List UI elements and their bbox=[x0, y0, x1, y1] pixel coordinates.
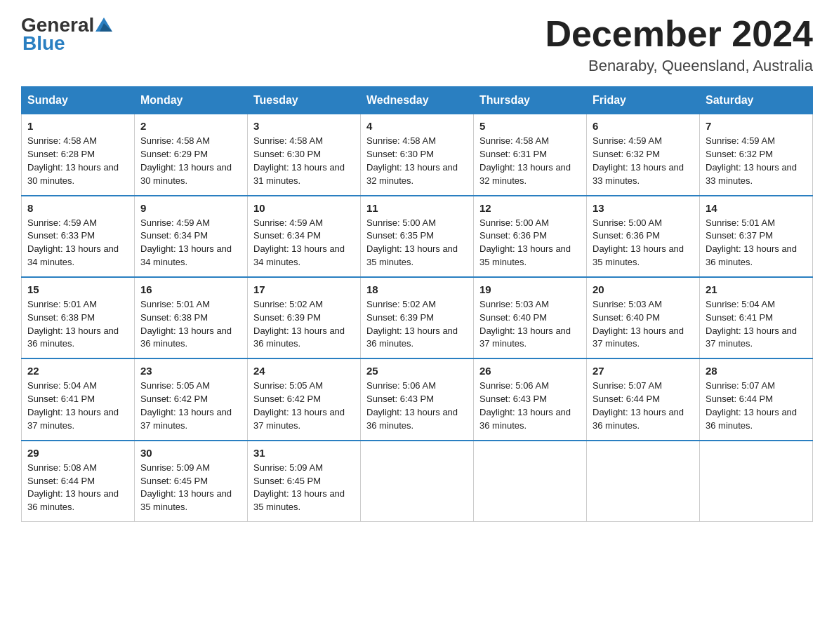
calendar-cell: 31 Sunrise: 5:09 AMSunset: 6:45 PMDaylig… bbox=[248, 441, 361, 522]
calendar-week-row: 15 Sunrise: 5:01 AMSunset: 6:38 PMDaylig… bbox=[22, 277, 813, 358]
day-info: Sunrise: 5:07 AMSunset: 6:44 PMDaylight:… bbox=[593, 380, 694, 432]
logo: General Blue bbox=[21, 14, 112, 55]
day-number: 17 bbox=[253, 283, 355, 295]
day-info: Sunrise: 5:06 AMSunset: 6:43 PMDaylight:… bbox=[366, 380, 468, 432]
day-number: 9 bbox=[140, 202, 241, 214]
logo-icon bbox=[95, 16, 112, 33]
day-number: 4 bbox=[366, 120, 468, 132]
calendar-cell: 13 Sunrise: 5:00 AMSunset: 6:36 PMDaylig… bbox=[587, 196, 700, 277]
calendar-cell bbox=[474, 441, 587, 522]
calendar-cell bbox=[700, 441, 813, 522]
day-info: Sunrise: 5:05 AMSunset: 6:42 PMDaylight:… bbox=[140, 380, 241, 432]
day-number: 10 bbox=[253, 202, 355, 214]
day-info: Sunrise: 4:58 AMSunset: 6:28 PMDaylight:… bbox=[27, 135, 128, 187]
day-info: Sunrise: 5:04 AMSunset: 6:41 PMDaylight:… bbox=[706, 298, 807, 351]
day-number: 16 bbox=[140, 283, 241, 295]
day-number: 12 bbox=[479, 202, 581, 214]
calendar-cell: 26 Sunrise: 5:06 AMSunset: 6:43 PMDaylig… bbox=[474, 358, 587, 440]
calendar-cell: 4 Sunrise: 4:58 AMSunset: 6:30 PMDayligh… bbox=[361, 114, 474, 196]
day-number: 22 bbox=[27, 365, 128, 377]
col-sunday: Sunday bbox=[22, 87, 135, 114]
day-info: Sunrise: 5:07 AMSunset: 6:44 PMDaylight:… bbox=[706, 380, 807, 432]
calendar-cell: 8 Sunrise: 4:59 AMSunset: 6:33 PMDayligh… bbox=[22, 196, 135, 277]
calendar-cell: 12 Sunrise: 5:00 AMSunset: 6:36 PMDaylig… bbox=[474, 196, 587, 277]
calendar-cell: 24 Sunrise: 5:05 AMSunset: 6:42 PMDaylig… bbox=[248, 358, 361, 440]
day-number: 6 bbox=[593, 120, 694, 132]
day-info: Sunrise: 5:04 AMSunset: 6:41 PMDaylight:… bbox=[27, 380, 128, 432]
day-number: 7 bbox=[706, 120, 807, 132]
day-number: 28 bbox=[706, 365, 807, 377]
day-info: Sunrise: 5:00 AMSunset: 6:36 PMDaylight:… bbox=[593, 217, 694, 269]
calendar-cell: 5 Sunrise: 4:58 AMSunset: 6:31 PMDayligh… bbox=[474, 114, 587, 196]
calendar-table: Sunday Monday Tuesday Wednesday Thursday… bbox=[21, 86, 813, 522]
calendar-cell: 20 Sunrise: 5:03 AMSunset: 6:40 PMDaylig… bbox=[587, 277, 700, 358]
day-info: Sunrise: 5:03 AMSunset: 6:40 PMDaylight:… bbox=[593, 298, 694, 351]
col-wednesday: Wednesday bbox=[361, 87, 474, 114]
title-block: December 2024 Benaraby, Queensland, Aust… bbox=[545, 14, 813, 75]
day-number: 20 bbox=[593, 283, 694, 295]
calendar-cell: 29 Sunrise: 5:08 AMSunset: 6:44 PMDaylig… bbox=[22, 441, 135, 522]
calendar-cell: 9 Sunrise: 4:59 AMSunset: 6:34 PMDayligh… bbox=[135, 196, 248, 277]
day-info: Sunrise: 5:01 AMSunset: 6:38 PMDaylight:… bbox=[27, 298, 128, 351]
day-number: 31 bbox=[253, 447, 355, 459]
day-info: Sunrise: 5:09 AMSunset: 6:45 PMDaylight:… bbox=[140, 462, 241, 514]
day-info: Sunrise: 5:02 AMSunset: 6:39 PMDaylight:… bbox=[366, 298, 468, 351]
page-header: General Blue December 2024 Benaraby, Que… bbox=[21, 14, 813, 75]
day-info: Sunrise: 5:08 AMSunset: 6:44 PMDaylight:… bbox=[27, 462, 128, 514]
calendar-week-row: 29 Sunrise: 5:08 AMSunset: 6:44 PMDaylig… bbox=[22, 441, 813, 522]
day-info: Sunrise: 5:02 AMSunset: 6:39 PMDaylight:… bbox=[253, 298, 355, 351]
day-number: 11 bbox=[366, 202, 468, 214]
calendar-header: Sunday Monday Tuesday Wednesday Thursday… bbox=[22, 87, 813, 114]
day-number: 24 bbox=[253, 365, 355, 377]
col-thursday: Thursday bbox=[474, 87, 587, 114]
col-saturday: Saturday bbox=[700, 87, 813, 114]
day-info: Sunrise: 4:58 AMSunset: 6:30 PMDaylight:… bbox=[366, 135, 468, 187]
col-monday: Monday bbox=[135, 87, 248, 114]
day-number: 18 bbox=[366, 283, 468, 295]
day-info: Sunrise: 4:58 AMSunset: 6:31 PMDaylight:… bbox=[479, 135, 581, 187]
day-number: 30 bbox=[140, 447, 241, 459]
calendar-cell bbox=[587, 441, 700, 522]
day-number: 5 bbox=[479, 120, 581, 132]
day-info: Sunrise: 5:05 AMSunset: 6:42 PMDaylight:… bbox=[253, 380, 355, 432]
calendar-cell: 15 Sunrise: 5:01 AMSunset: 6:38 PMDaylig… bbox=[22, 277, 135, 358]
calendar-cell bbox=[361, 441, 474, 522]
logo-blue-text: Blue bbox=[22, 32, 65, 55]
header-row: Sunday Monday Tuesday Wednesday Thursday… bbox=[22, 87, 813, 114]
day-info: Sunrise: 5:00 AMSunset: 6:35 PMDaylight:… bbox=[366, 217, 468, 269]
day-number: 21 bbox=[706, 283, 807, 295]
day-number: 2 bbox=[140, 120, 241, 132]
calendar-cell: 6 Sunrise: 4:59 AMSunset: 6:32 PMDayligh… bbox=[587, 114, 700, 196]
day-info: Sunrise: 4:58 AMSunset: 6:30 PMDaylight:… bbox=[253, 135, 355, 187]
calendar-cell: 19 Sunrise: 5:03 AMSunset: 6:40 PMDaylig… bbox=[474, 277, 587, 358]
day-number: 3 bbox=[253, 120, 355, 132]
location-subtitle: Benaraby, Queensland, Australia bbox=[545, 57, 813, 75]
calendar-cell: 25 Sunrise: 5:06 AMSunset: 6:43 PMDaylig… bbox=[361, 358, 474, 440]
calendar-cell: 27 Sunrise: 5:07 AMSunset: 6:44 PMDaylig… bbox=[587, 358, 700, 440]
calendar-cell: 1 Sunrise: 4:58 AMSunset: 6:28 PMDayligh… bbox=[22, 114, 135, 196]
day-info: Sunrise: 4:59 AMSunset: 6:33 PMDaylight:… bbox=[27, 217, 128, 269]
day-info: Sunrise: 5:01 AMSunset: 6:37 PMDaylight:… bbox=[706, 217, 807, 269]
day-number: 26 bbox=[479, 365, 581, 377]
calendar-cell: 10 Sunrise: 4:59 AMSunset: 6:34 PMDaylig… bbox=[248, 196, 361, 277]
day-info: Sunrise: 4:59 AMSunset: 6:34 PMDaylight:… bbox=[140, 217, 241, 269]
calendar-cell: 11 Sunrise: 5:00 AMSunset: 6:35 PMDaylig… bbox=[361, 196, 474, 277]
col-tuesday: Tuesday bbox=[248, 87, 361, 114]
day-info: Sunrise: 4:59 AMSunset: 6:32 PMDaylight:… bbox=[706, 135, 807, 187]
day-info: Sunrise: 5:00 AMSunset: 6:36 PMDaylight:… bbox=[479, 217, 581, 269]
calendar-cell: 14 Sunrise: 5:01 AMSunset: 6:37 PMDaylig… bbox=[700, 196, 813, 277]
day-number: 8 bbox=[27, 202, 128, 214]
day-info: Sunrise: 5:06 AMSunset: 6:43 PMDaylight:… bbox=[479, 380, 581, 432]
calendar-cell: 21 Sunrise: 5:04 AMSunset: 6:41 PMDaylig… bbox=[700, 277, 813, 358]
calendar-cell: 17 Sunrise: 5:02 AMSunset: 6:39 PMDaylig… bbox=[248, 277, 361, 358]
day-info: Sunrise: 4:58 AMSunset: 6:29 PMDaylight:… bbox=[140, 135, 241, 187]
day-info: Sunrise: 5:03 AMSunset: 6:40 PMDaylight:… bbox=[479, 298, 581, 351]
day-number: 13 bbox=[593, 202, 694, 214]
day-info: Sunrise: 4:59 AMSunset: 6:34 PMDaylight:… bbox=[253, 217, 355, 269]
day-number: 23 bbox=[140, 365, 241, 377]
calendar-cell: 18 Sunrise: 5:02 AMSunset: 6:39 PMDaylig… bbox=[361, 277, 474, 358]
day-number: 15 bbox=[27, 283, 128, 295]
day-number: 19 bbox=[479, 283, 581, 295]
day-number: 29 bbox=[27, 447, 128, 459]
calendar-week-row: 8 Sunrise: 4:59 AMSunset: 6:33 PMDayligh… bbox=[22, 196, 813, 277]
